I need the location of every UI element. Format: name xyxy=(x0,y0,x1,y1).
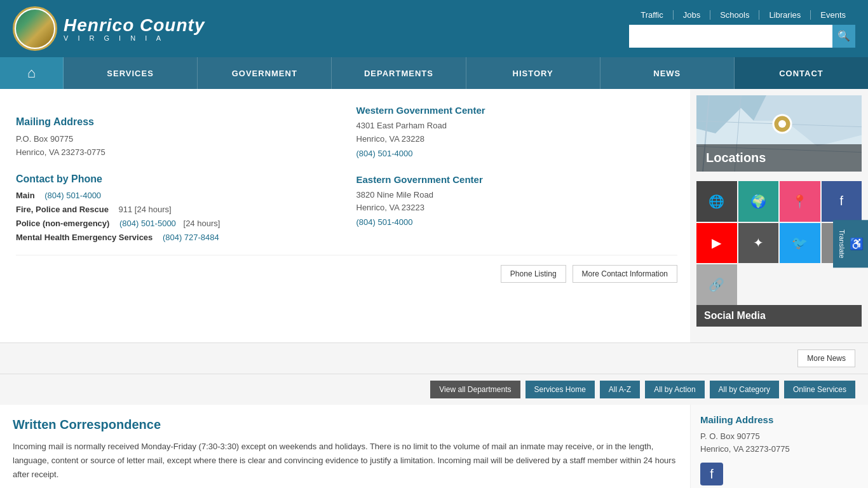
translate-button[interactable]: ♿ Translate xyxy=(833,220,868,268)
sidebar-mailing-section: Mailing Address P. O. Box 90775 Henrico,… xyxy=(700,414,858,486)
western-phone[interactable]: (804) 501-4000 xyxy=(356,149,678,158)
lower-left: Written Correspondence Incoming mail is … xyxy=(0,405,690,489)
eastern-addr2: Henrico, VA 23223 xyxy=(356,201,678,215)
western-addr1: 4301 East Parham Road xyxy=(356,119,678,133)
lower-right-sidebar: Mailing Address P. O. Box 90775 Henrico,… xyxy=(690,405,868,489)
departments-bar: View all Departments Services Home All A… xyxy=(0,374,868,405)
main-phone-row: Main (804) 501-4000 xyxy=(16,190,337,200)
phone-listing-button[interactable]: Phone Listing xyxy=(501,265,566,283)
nav-departments[interactable]: DEPARTMENTS xyxy=(332,57,466,89)
schools-link[interactable]: Schools xyxy=(710,10,759,20)
social-foursquare-icon[interactable]: 📍 xyxy=(780,181,820,222)
contact-content: Mailing Address P.O. Box 90775 Henrico, … xyxy=(0,89,690,342)
social-media-label: Social Media xyxy=(696,305,862,327)
police-row: Police (non-emergency) (804) 501-5000 [2… xyxy=(16,218,337,228)
more-news-button[interactable]: More News xyxy=(797,349,855,367)
fire-info: 911 [24 hours] xyxy=(119,205,172,214)
locations-label-bar: Locations xyxy=(696,95,862,172)
social-icon-2[interactable]: ✦ xyxy=(738,223,779,264)
sidebar-mailing-title: Mailing Address xyxy=(700,414,858,425)
fire-label: Fire, Police and Rescue xyxy=(16,205,109,214)
contact-right-column: Western Government Center 4301 East Parh… xyxy=(356,105,678,242)
police-phone[interactable]: (804) 501-5000 xyxy=(119,219,176,228)
home-nav-button[interactable]: ⌂ xyxy=(0,57,64,89)
nav-services[interactable]: SERVICES xyxy=(64,57,198,89)
home-icon: ⌂ xyxy=(27,65,36,81)
sidebar-facebook-button[interactable]: f xyxy=(700,463,723,485)
top-nav-links: Traffic Jobs Schools Libraries Events xyxy=(631,10,855,20)
online-services-button[interactable]: Online Services xyxy=(784,381,855,398)
seal-image xyxy=(16,10,54,48)
nav-news[interactable]: NEWS xyxy=(600,57,735,89)
more-contact-button[interactable]: More Contact Information xyxy=(573,265,677,283)
search-area: 🔍 xyxy=(629,25,855,48)
lower-content: Written Correspondence Incoming mail is … xyxy=(0,405,868,489)
nav-contact[interactable]: CONTACT xyxy=(735,57,868,89)
eastern-phone[interactable]: (804) 501-4000 xyxy=(356,217,678,227)
accessibility-icon: ♿ xyxy=(849,237,863,251)
nav-government[interactable]: GOVERNMENT xyxy=(198,57,332,89)
written-corr-para1: Incoming mail is normally received Monda… xyxy=(13,440,677,482)
locations-map[interactable]: Locations xyxy=(696,95,862,172)
contact-bottom-bar: Phone Listing More Contact Information xyxy=(16,255,677,283)
main-phone[interactable]: (804) 501-4000 xyxy=(44,191,101,200)
site-header: Henrico County V I R G I N I A Traffic J… xyxy=(0,0,868,57)
county-seal xyxy=(13,6,57,51)
social-icon-4[interactable]: 🔗 xyxy=(696,264,737,305)
sidebar-mailing-line1: P. O. Box 90775 xyxy=(700,430,858,444)
events-link[interactable]: Events xyxy=(811,10,855,20)
locations-widget[interactable]: Locations xyxy=(696,95,862,172)
social-globe-icon[interactable]: 🌍 xyxy=(738,181,779,222)
locations-label: Locations xyxy=(696,144,862,172)
sidebar-mailing-line2: Henrico, VA 23273-0775 xyxy=(700,443,858,456)
news-bar: More News xyxy=(0,342,868,374)
right-sidebar: Locations 🌐 🌍 📍 f ▶ ✦ 🐦 📷 🔗 Social Media xyxy=(690,89,868,342)
all-by-category-button[interactable]: All by Category xyxy=(710,381,779,398)
search-button[interactable]: 🔍 xyxy=(832,25,855,48)
county-name: Henrico County xyxy=(64,15,205,36)
traffic-link[interactable]: Traffic xyxy=(631,10,673,20)
phone-section: Contact by Phone Main (804) 501-4000 Fir… xyxy=(16,173,337,242)
western-addr2: Henrico, VA 23228 xyxy=(356,133,678,146)
social-icon-1[interactable]: 🌐 xyxy=(696,181,737,222)
contact-section: Mailing Address P.O. Box 90775 Henrico, … xyxy=(16,105,677,242)
search-input[interactable] xyxy=(629,25,832,48)
social-facebook-icon[interactable]: f xyxy=(822,181,862,222)
mailing-title: Mailing Address xyxy=(16,116,337,128)
site-title: Henrico County V I R G I N I A xyxy=(64,15,205,42)
western-center: Western Government Center 4301 East Parh… xyxy=(356,105,678,158)
eastern-title: Eastern Government Center xyxy=(356,174,678,185)
social-twitter-icon[interactable]: 🐦 xyxy=(780,223,820,264)
nav-history[interactable]: HISTORY xyxy=(466,57,600,89)
mailing-line2: Henrico, VA 23273-0775 xyxy=(16,146,337,159)
mental-health-phone[interactable]: (804) 727-8484 xyxy=(163,233,219,242)
translate-label: Translate xyxy=(838,229,846,258)
fire-row: Fire, Police and Rescue 911 [24 hours] xyxy=(16,204,337,214)
mailing-line1: P.O. Box 90775 xyxy=(16,133,337,146)
mailing-address-section: Mailing Address P.O. Box 90775 Henrico, … xyxy=(16,116,337,159)
jobs-link[interactable]: Jobs xyxy=(674,10,710,20)
mental-health-row: Mental Health Emergency Services (804) 7… xyxy=(16,232,337,242)
contact-left-column: Mailing Address P.O. Box 90775 Henrico, … xyxy=(16,105,337,242)
phone-title: Contact by Phone xyxy=(16,173,337,185)
logo-area: Henrico County V I R G I N I A xyxy=(13,6,205,51)
main-label: Main xyxy=(16,191,35,200)
eastern-addr1: 3820 Nine Mile Road xyxy=(356,189,678,202)
header-right: Traffic Jobs Schools Libraries Events 🔍 xyxy=(623,10,855,48)
mental-health-label: Mental Health Emergency Services xyxy=(16,233,153,242)
police-label: Police (non-emergency) xyxy=(16,219,109,228)
written-correspondence-title: Written Correspondence xyxy=(13,417,677,432)
police-hours: [24 hours] xyxy=(184,219,220,228)
libraries-link[interactable]: Libraries xyxy=(759,10,811,20)
all-by-action-button[interactable]: All by Action xyxy=(645,381,704,398)
western-title: Western Government Center xyxy=(356,105,678,116)
eastern-center: Eastern Government Center 3820 Nine Mile… xyxy=(356,174,678,227)
services-home-button[interactable]: Services Home xyxy=(526,381,595,398)
main-navigation: ⌂ SERVICES GOVERNMENT DEPARTMENTS HISTOR… xyxy=(0,57,868,89)
social-youtube-icon[interactable]: ▶ xyxy=(696,223,737,264)
all-az-button[interactable]: All A-Z xyxy=(600,381,640,398)
view-all-dept-button[interactable]: View all Departments xyxy=(430,381,520,398)
main-content-block: Mailing Address P.O. Box 90775 Henrico, … xyxy=(0,89,868,342)
